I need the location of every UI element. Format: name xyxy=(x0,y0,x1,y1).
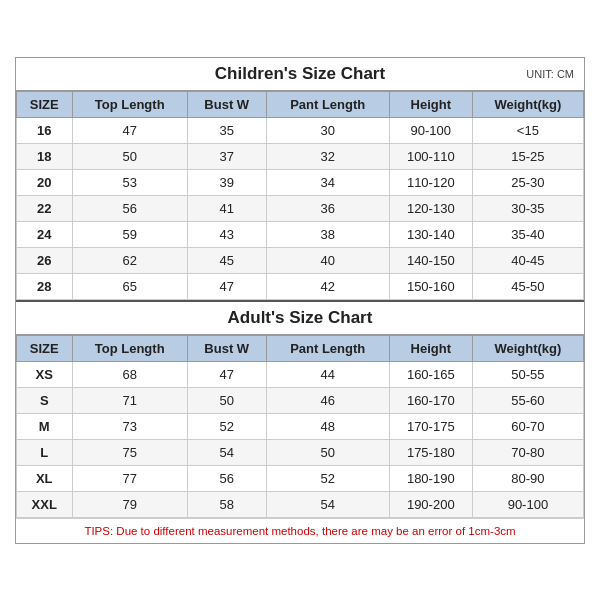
table-cell: 15-25 xyxy=(472,143,583,169)
adult-col-weight: Weight(kg) xyxy=(472,335,583,361)
table-cell: 52 xyxy=(187,413,266,439)
table-cell: 55-60 xyxy=(472,387,583,413)
table-row: S715046160-17055-60 xyxy=(17,387,584,413)
table-cell: 100-110 xyxy=(389,143,472,169)
children-col-height: Height xyxy=(389,91,472,117)
table-cell: L xyxy=(17,439,73,465)
table-cell: 80-90 xyxy=(472,465,583,491)
adult-col-size: SIZE xyxy=(17,335,73,361)
table-cell: 60-70 xyxy=(472,413,583,439)
table-cell: 50 xyxy=(72,143,187,169)
table-row: 24594338130-14035-40 xyxy=(17,221,584,247)
table-cell: 36 xyxy=(266,195,389,221)
unit-label: UNIT: CM xyxy=(526,68,574,80)
table-cell: 47 xyxy=(187,273,266,299)
table-row: XXL795854190-20090-100 xyxy=(17,491,584,517)
table-cell: 75 xyxy=(72,439,187,465)
table-cell: 41 xyxy=(187,195,266,221)
table-cell: 120-130 xyxy=(389,195,472,221)
table-cell: 20 xyxy=(17,169,73,195)
table-cell: 22 xyxy=(17,195,73,221)
table-cell: XL xyxy=(17,465,73,491)
table-cell: 28 xyxy=(17,273,73,299)
table-cell: 90-100 xyxy=(389,117,472,143)
table-cell: 58 xyxy=(187,491,266,517)
table-cell: 50 xyxy=(187,387,266,413)
table-cell: 170-175 xyxy=(389,413,472,439)
table-row: 18503732100-11015-25 xyxy=(17,143,584,169)
table-cell: 110-120 xyxy=(389,169,472,195)
table-cell: 150-160 xyxy=(389,273,472,299)
table-cell: 190-200 xyxy=(389,491,472,517)
adult-col-height: Height xyxy=(389,335,472,361)
table-cell: 47 xyxy=(72,117,187,143)
table-cell: 45-50 xyxy=(472,273,583,299)
children-size-table: SIZE Top Length Bust W Pant Length Heigh… xyxy=(16,91,584,300)
adult-col-toplength: Top Length xyxy=(72,335,187,361)
table-cell: 56 xyxy=(72,195,187,221)
table-cell: 59 xyxy=(72,221,187,247)
adult-title-row: Adult's Size Chart xyxy=(16,300,584,335)
table-row: 26624540140-15040-45 xyxy=(17,247,584,273)
children-col-toplength: Top Length xyxy=(72,91,187,117)
table-cell: 50 xyxy=(266,439,389,465)
table-cell: 68 xyxy=(72,361,187,387)
table-cell: 73 xyxy=(72,413,187,439)
table-cell: 35-40 xyxy=(472,221,583,247)
table-row: XS684744160-16550-55 xyxy=(17,361,584,387)
tips-row: TIPS: Due to different measurement metho… xyxy=(16,518,584,543)
table-cell: 24 xyxy=(17,221,73,247)
table-row: 20533934110-12025-30 xyxy=(17,169,584,195)
table-cell: 25-30 xyxy=(472,169,583,195)
table-cell: 26 xyxy=(17,247,73,273)
table-cell: 130-140 xyxy=(389,221,472,247)
table-cell: 35 xyxy=(187,117,266,143)
adult-col-pantlength: Pant Length xyxy=(266,335,389,361)
table-cell: 77 xyxy=(72,465,187,491)
table-cell: 46 xyxy=(266,387,389,413)
table-cell: 40 xyxy=(266,247,389,273)
table-cell: 45 xyxy=(187,247,266,273)
adult-chart-title: Adult's Size Chart xyxy=(228,308,373,328)
children-header-row: SIZE Top Length Bust W Pant Length Heigh… xyxy=(17,91,584,117)
table-cell: 44 xyxy=(266,361,389,387)
table-cell: 42 xyxy=(266,273,389,299)
table-cell: <15 xyxy=(472,117,583,143)
table-cell: 40-45 xyxy=(472,247,583,273)
table-row: 1647353090-100<15 xyxy=(17,117,584,143)
table-cell: 54 xyxy=(187,439,266,465)
table-cell: 30-35 xyxy=(472,195,583,221)
table-cell: 37 xyxy=(187,143,266,169)
table-cell: XS xyxy=(17,361,73,387)
table-cell: 175-180 xyxy=(389,439,472,465)
children-title-row: Children's Size Chart UNIT: CM xyxy=(16,58,584,91)
table-cell: S xyxy=(17,387,73,413)
table-cell: 43 xyxy=(187,221,266,247)
table-row: M735248170-17560-70 xyxy=(17,413,584,439)
children-chart-title: Children's Size Chart xyxy=(215,64,385,84)
table-cell: 56 xyxy=(187,465,266,491)
adult-col-bustw: Bust W xyxy=(187,335,266,361)
adult-header-row: SIZE Top Length Bust W Pant Length Heigh… xyxy=(17,335,584,361)
table-cell: 50-55 xyxy=(472,361,583,387)
table-cell: 62 xyxy=(72,247,187,273)
adult-size-table: SIZE Top Length Bust W Pant Length Heigh… xyxy=(16,335,584,518)
children-col-pantlength: Pant Length xyxy=(266,91,389,117)
table-row: 22564136120-13030-35 xyxy=(17,195,584,221)
table-cell: XXL xyxy=(17,491,73,517)
table-cell: 30 xyxy=(266,117,389,143)
table-row: 28654742150-16045-50 xyxy=(17,273,584,299)
children-col-size: SIZE xyxy=(17,91,73,117)
table-cell: 90-100 xyxy=(472,491,583,517)
table-cell: 18 xyxy=(17,143,73,169)
table-cell: 53 xyxy=(72,169,187,195)
table-cell: 79 xyxy=(72,491,187,517)
table-cell: 70-80 xyxy=(472,439,583,465)
table-cell: 48 xyxy=(266,413,389,439)
children-col-weight: Weight(kg) xyxy=(472,91,583,117)
table-cell: 180-190 xyxy=(389,465,472,491)
table-cell: 71 xyxy=(72,387,187,413)
children-col-bustw: Bust W xyxy=(187,91,266,117)
table-cell: 47 xyxy=(187,361,266,387)
table-row: L755450175-18070-80 xyxy=(17,439,584,465)
